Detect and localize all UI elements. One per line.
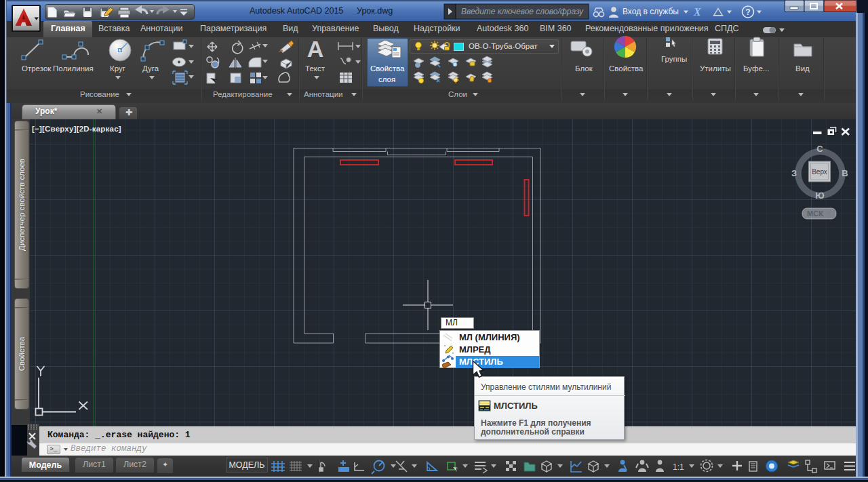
svg-text:X: X xyxy=(693,6,701,18)
svg-text:З: З xyxy=(791,168,797,178)
svg-text:Введите ключевое слово/фразу: Введите ключевое слово/фразу xyxy=(461,7,584,16)
svg-text:A: A xyxy=(307,36,324,62)
svg-text:МСК: МСК xyxy=(807,209,823,218)
svg-text:Вход в службы: Вход в службы xyxy=(623,7,679,16)
svg-text:Ю: Ю xyxy=(815,190,824,201)
svg-text:?: ? xyxy=(745,7,750,17)
svg-text:Верх: Верх xyxy=(812,168,827,176)
svg-text:1:1: 1:1 xyxy=(673,462,684,472)
svg-text:С: С xyxy=(816,144,823,154)
svg-text:В: В xyxy=(842,168,848,178)
